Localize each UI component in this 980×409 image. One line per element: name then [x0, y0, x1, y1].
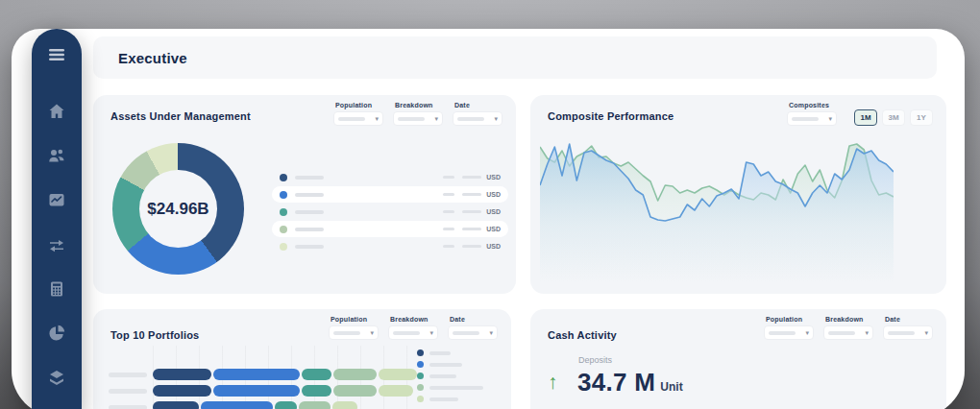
filter-select[interactable]: ▾: [883, 325, 933, 340]
home-icon[interactable]: [46, 101, 67, 120]
legend-currency-label: USD: [486, 191, 501, 198]
page: Executive Assets Under Management Popula…: [12, 29, 965, 409]
bar-segment: [332, 401, 357, 409]
legend-value-skeleton: [443, 210, 454, 213]
legend-dot: [417, 373, 424, 379]
select-placeholder-skeleton: [393, 331, 420, 335]
filter-population: Population▾: [764, 316, 814, 340]
chevron-down-icon: ▾: [434, 115, 438, 122]
select-placeholder-skeleton: [333, 331, 360, 335]
bar-segment: [275, 401, 297, 409]
performance-chart-icon[interactable]: [46, 190, 67, 209]
select-placeholder-skeleton: [453, 331, 479, 335]
aum-legend-row: USD: [272, 204, 508, 220]
aum-legend-row: USD: [272, 238, 508, 254]
clients-icon[interactable]: [46, 146, 67, 165]
filter-select[interactable]: ▾: [388, 325, 438, 340]
legend-value-skeleton: [462, 193, 481, 196]
filter-select[interactable]: ▾: [393, 111, 443, 126]
deposits-label: Deposits: [578, 355, 612, 365]
aum-total-value: $24.96B: [112, 143, 244, 275]
select-placeholder-skeleton: [828, 331, 855, 335]
filter-breakdown: Breakdown▾: [388, 316, 438, 340]
legend-name-skeleton: [295, 193, 324, 197]
portfolio-bar-row: [109, 385, 423, 397]
screen: Executive Assets Under Management Popula…: [0, 0, 980, 409]
filter-breakdown: Breakdown▾: [823, 316, 873, 340]
filter-select[interactable]: ▾: [823, 325, 873, 340]
legend-value-skeleton: [443, 228, 454, 230]
aum-filters: Population▾Breakdown▾Date▾: [333, 102, 502, 126]
card-title: Composite Performance: [548, 110, 674, 122]
legend-currency-label: USD: [486, 226, 501, 232]
chevron-down-icon: ▾: [429, 329, 433, 336]
filter-select[interactable]: ▾: [333, 111, 383, 126]
legend-dot: [280, 191, 287, 199]
allocation-pie-icon[interactable]: [46, 324, 67, 343]
bar-segment: [333, 385, 377, 397]
filter-select[interactable]: ▾: [453, 111, 502, 126]
filter-label: Population: [335, 102, 383, 108]
portfolios-legend: [417, 349, 500, 407]
filter-date: Date▾: [883, 316, 933, 340]
cash-filters: Population▾Breakdown▾Date▾: [764, 316, 933, 340]
select-placeholder-skeleton: [792, 117, 819, 121]
card-top-10-portfolios: Top 10 Portfolios Population▾Breakdown▾D…: [93, 309, 511, 409]
filter-label: Population: [331, 316, 379, 323]
deposits-value: 34.7 M: [577, 368, 655, 397]
menu-icon[interactable]: [46, 45, 67, 64]
filter-composites: Composites ▾: [787, 102, 837, 126]
portfolios-legend-item: [417, 361, 500, 368]
select-placeholder-skeleton: [888, 331, 915, 335]
legend-value-skeleton: [443, 193, 454, 196]
card-composite-performance: Composite Performance Composites ▾ 1M3M1…: [530, 95, 946, 294]
filter-population: Population▾: [333, 102, 383, 126]
portfolio-name-skeleton: [109, 405, 147, 409]
legend-dot: [280, 208, 287, 216]
card-cash-activity: Cash Activity Population▾Breakdown▾Date▾…: [530, 309, 946, 409]
calculator-icon[interactable]: [46, 279, 67, 299]
filter-label: Population: [766, 316, 814, 323]
range-button-3m[interactable]: 3M: [882, 109, 905, 126]
legend-currency-label: USD: [486, 174, 501, 180]
filter-select[interactable]: ▾: [329, 325, 379, 340]
legend-dot: [417, 396, 424, 402]
filter-label: Composites: [789, 102, 837, 108]
chevron-down-icon: ▾: [865, 329, 869, 336]
card-title: Top 10 Portfolios: [110, 329, 199, 341]
legend-value-skeleton: [462, 210, 481, 213]
portfolios-legend-item: [417, 349, 500, 356]
range-buttons: 1M3M1Y: [854, 109, 933, 126]
bar-segment: [153, 385, 211, 397]
legend-currency-label: USD: [486, 243, 501, 250]
bar-segment: [213, 385, 300, 397]
range-button-1y[interactable]: 1Y: [910, 109, 933, 126]
legend-dot: [417, 361, 424, 368]
portfolios-stacked-bars: [109, 369, 423, 409]
range-button-1m[interactable]: 1M: [854, 109, 877, 126]
legend-value-skeleton: [462, 245, 481, 248]
filter-select[interactable]: ▾: [764, 325, 814, 340]
legend-value-skeleton: [462, 228, 481, 230]
legend-dot: [280, 243, 287, 251]
bar-segment: [299, 401, 331, 409]
select-placeholder-skeleton: [398, 117, 425, 121]
select-placeholder-skeleton: [769, 331, 796, 335]
chevron-down-icon: ▾: [494, 115, 498, 122]
trend-up-arrow-icon: ↑: [548, 371, 558, 394]
legend-name-skeleton: [295, 176, 324, 180]
bar-segment: [379, 385, 413, 397]
legend-dot: [280, 174, 287, 181]
transfers-icon[interactable]: [46, 235, 67, 254]
card-title: Cash Activity: [548, 329, 617, 341]
portfolio-bar-row: [109, 401, 423, 409]
legend-currency-label: USD: [486, 208, 501, 215]
legend-value-skeleton: [443, 176, 454, 179]
deposits-unit: Unit: [660, 380, 682, 394]
holdings-layers-icon[interactable]: [46, 369, 67, 388]
legend-name-skeleton: [295, 228, 324, 231]
header-bar: Executive: [93, 36, 937, 79]
filter-select[interactable]: ▾: [448, 325, 498, 340]
composites-select[interactable]: ▾: [787, 111, 837, 126]
filter-label: Breakdown: [825, 316, 873, 323]
